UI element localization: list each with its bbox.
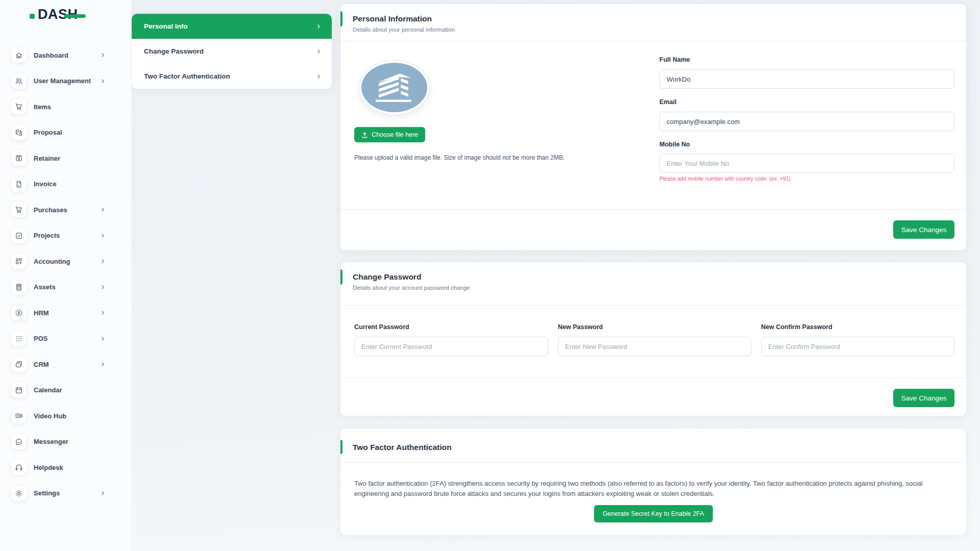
generate-2fa-key-button[interactable]: Generate Secret Key to Enable 2FA <box>594 505 713 522</box>
sidebar-item-hrm[interactable]: HRM <box>0 300 131 326</box>
save-changes-button[interactable]: Save Changes <box>893 220 954 239</box>
upload-hint: Please upload a valid image file. Size o… <box>354 154 565 161</box>
submenu-item-personal-info[interactable]: Personal Info <box>132 14 332 39</box>
two-factor-description: Two factor authentication (2FA) strength… <box>354 479 952 498</box>
two-factor-title: Two Factor Authentication <box>353 443 452 452</box>
profile-submenu: Personal Info Change Password Two Factor… <box>132 14 332 89</box>
swap-squares-icon <box>11 125 27 140</box>
full-name-label: Full Name <box>659 56 690 63</box>
sidebar-item-user-management[interactable]: User Management <box>0 68 131 94</box>
sidebar-item-helpdesk[interactable]: Helpdesk <box>0 455 131 481</box>
sidebar-item-pos[interactable]: POS <box>0 326 131 352</box>
personal-info-title: Personal Information <box>353 14 432 23</box>
home-icon <box>11 47 27 63</box>
new-confirm-password-label: New Confirm Password <box>761 323 832 331</box>
sidebar-item-label: Proposal <box>34 129 62 136</box>
submenu-item-two-factor-authentication[interactable]: Two Factor Authentication <box>132 64 332 89</box>
card-accent-bar <box>340 269 342 285</box>
email-input[interactable] <box>659 112 954 131</box>
chevron-right-icon <box>100 490 106 496</box>
sidebar-nav: Dashboard User Management Items Proposal… <box>0 42 131 506</box>
upload-icon <box>361 132 368 138</box>
chevron-right-icon <box>100 310 106 316</box>
chat-bubble-icon <box>11 434 27 449</box>
mobile-label: Mobile No <box>659 141 690 148</box>
person-circle-icon <box>11 305 27 320</box>
full-name-input[interactable] <box>659 69 954 89</box>
new-password-input[interactable] <box>558 337 751 356</box>
email-label: Email <box>659 98 676 106</box>
users-icon <box>11 73 27 89</box>
headset-icon <box>11 460 27 475</box>
submenu-item-label: Personal Info <box>144 22 188 30</box>
chevron-right-icon <box>100 53 106 58</box>
sidebar-item-label: Helpdesk <box>34 464 63 471</box>
current-password-input[interactable] <box>354 337 548 356</box>
brand-logo[interactable]: DASH <box>38 7 104 27</box>
sidebar-item-retainer[interactable]: Retainer <box>0 145 131 171</box>
chevron-right-icon <box>100 284 106 290</box>
sidebar-item-proposal[interactable]: Proposal <box>0 120 131 146</box>
password-field-current-password: Current Password <box>354 262 548 364</box>
save-changes-button[interactable]: Save Changes <box>893 389 954 407</box>
sidebar-item-label: Settings <box>34 489 60 497</box>
chevron-right-icon <box>316 48 322 54</box>
personal-info-subtitle: Details about your personal information <box>353 27 455 33</box>
calendar-icon <box>11 383 27 398</box>
sidebar-item-label: Dashboard <box>34 52 68 59</box>
dots-grid-icon <box>11 331 27 346</box>
chevron-right-icon <box>100 207 106 213</box>
submenu-item-change-password[interactable]: Change Password <box>132 39 332 64</box>
sidebar-item-purchases[interactable]: Purchases <box>0 197 131 223</box>
sidebar-item-label: Assets <box>34 283 56 291</box>
sidebar-item-accounting[interactable]: Accounting <box>0 248 131 274</box>
personal-info-card: Personal Information Details about your … <box>340 4 966 250</box>
sidebar-item-calendar[interactable]: Calendar <box>0 378 131 404</box>
sidebar-item-label: Invoice <box>34 180 57 188</box>
cart-icon <box>11 202 27 217</box>
file-icon <box>11 177 27 192</box>
divider <box>340 41 966 41</box>
current-password-label: Current Password <box>354 323 409 331</box>
check-square-icon <box>11 228 27 243</box>
sidebar-item-assets[interactable]: Assets <box>0 274 131 300</box>
save-icon <box>11 151 27 166</box>
video-camera-icon <box>11 408 27 423</box>
sidebar-item-label: Calendar <box>34 386 62 394</box>
sidebar-item-label: Retainer <box>34 155 60 162</box>
change-password-card: Change Password Details about your accou… <box>340 262 966 416</box>
card-accent-bar <box>340 11 342 27</box>
divider <box>340 378 966 378</box>
sidebar-item-label: Purchases <box>34 206 67 214</box>
sidebar-item-label: CRM <box>34 361 49 368</box>
new-password-label: New Password <box>558 323 603 331</box>
logo-dash-bar <box>64 14 86 18</box>
sidebar-item-settings[interactable]: Settings <box>0 481 131 507</box>
sidebar-item-invoice[interactable]: Invoice <box>0 171 131 197</box>
submenu-item-label: Change Password <box>144 47 204 55</box>
sidebar-item-label: HRM <box>34 309 49 317</box>
choose-file-button[interactable]: Choose file here <box>354 127 425 142</box>
new-confirm-password-input[interactable] <box>761 337 954 356</box>
mobile-input[interactable] <box>659 154 954 173</box>
divider <box>340 462 966 463</box>
avatar <box>359 61 429 114</box>
sidebar-item-projects[interactable]: Projects <box>0 223 131 249</box>
sidebar-item-crm[interactable]: CRM <box>0 352 131 378</box>
sidebar-item-label: Video Hub <box>34 412 66 420</box>
sidebar-item-label: User Management <box>34 77 91 85</box>
mobile-error-hint: Please add mobile number with country co… <box>659 176 791 182</box>
sidebar-item-video-hub[interactable]: Video Hub <box>0 403 131 429</box>
sidebar-item-messenger[interactable]: Messenger <box>0 429 131 455</box>
sidebar-item-dashboard[interactable]: Dashboard <box>0 42 131 68</box>
sidebar-item-items[interactable]: Items <box>0 94 131 120</box>
chevron-right-icon <box>100 78 106 84</box>
gear-icon <box>11 486 27 501</box>
chevron-right-icon <box>316 73 322 79</box>
divider <box>340 209 966 210</box>
sidebar-item-label: POS <box>34 335 47 342</box>
chevron-right-icon <box>100 336 106 341</box>
logo-dot <box>30 14 35 19</box>
sidebar-item-label: Messenger <box>34 438 68 445</box>
sidebar: DASH Dashboard User Management Items Pro… <box>0 0 131 551</box>
